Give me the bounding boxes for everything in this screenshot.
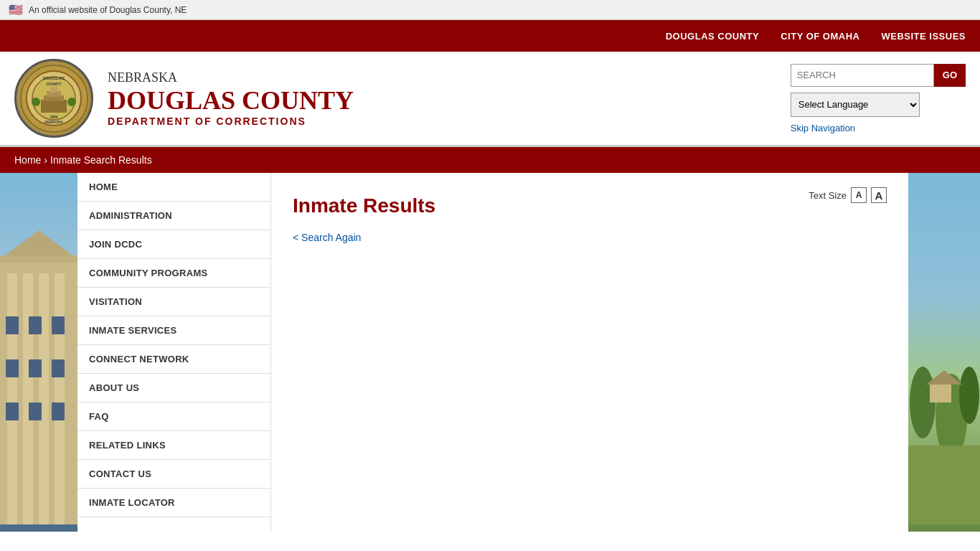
svg-rect-33 xyxy=(908,446,980,524)
red-nav-bar: DOUGLAS COUNTY CITY OF OMAHA WEBSITE ISS… xyxy=(0,20,980,52)
city-of-omaha-link[interactable]: CITY OF OMAHA xyxy=(781,31,859,42)
svg-rect-22 xyxy=(29,359,42,377)
text-size-small-button[interactable]: A xyxy=(851,187,867,203)
svg-rect-18 xyxy=(6,316,19,334)
nav-item-community-programs[interactable]: COMMUNITY PROGRAMS xyxy=(77,259,270,288)
nav-item-faq[interactable]: FAQ xyxy=(77,402,270,431)
official-text: An official website of Douglas County, N… xyxy=(29,5,187,15)
svg-text:DOUGLAS: DOUGLAS xyxy=(43,76,65,80)
nav-item-inmate-services[interactable]: INMATE SERVICES xyxy=(77,316,270,345)
department-label: DEPARTMENT OF CORRECTIONS xyxy=(108,116,354,127)
breadcrumb-home[interactable]: Home xyxy=(14,154,41,166)
nebraska-label: NEBRASKA xyxy=(108,70,354,85)
svg-point-7 xyxy=(67,98,76,106)
text-size-large-button[interactable]: A xyxy=(871,187,887,203)
flag-icon: 🇺🇸 xyxy=(9,3,23,17)
search-again-link[interactable]: < Search Again xyxy=(293,232,361,243)
douglas-county-link[interactable]: DOUGLAS COUNTY xyxy=(666,31,760,42)
content-area: Text Size A A Inmate Results < Search Ag… xyxy=(271,173,908,532)
svg-rect-5 xyxy=(50,87,57,93)
skip-navigation-link[interactable]: Skip Navigation xyxy=(791,123,855,133)
sidebar-image xyxy=(0,173,77,532)
nav-menu: HOME ADMINISTRATION JOIN DCDC COMMUNITY … xyxy=(77,173,271,532)
logo-area: DOUGLAS COUNTY 1854 NEBRASKA NEBRASKA DO… xyxy=(14,59,791,138)
nav-item-inmate-locator[interactable]: INMATE LOCATOR xyxy=(77,489,270,517)
svg-text:COUNTY: COUNTY xyxy=(46,82,62,86)
header-right: GO Select Language Skip Navigation xyxy=(791,64,966,133)
search-button[interactable]: GO xyxy=(934,64,966,87)
breadcrumb-separator: › xyxy=(44,154,47,166)
svg-rect-2 xyxy=(41,100,67,113)
douglas-county-label: DOUGLAS COUNTY xyxy=(108,85,354,116)
nav-item-contact-us[interactable]: CONTACT US xyxy=(77,460,270,489)
breadcrumb-current: Inmate Search Results xyxy=(50,154,152,166)
svg-rect-23 xyxy=(52,359,65,377)
right-side-image xyxy=(908,173,980,532)
seal-logo: DOUGLAS COUNTY 1854 NEBRASKA xyxy=(14,59,93,138)
svg-text:NEBRASKA: NEBRASKA xyxy=(44,121,63,124)
text-size-label: Text Size xyxy=(809,190,847,201)
main-layout: HOME ADMINISTRATION JOIN DCDC COMMUNITY … xyxy=(0,173,980,532)
breadcrumb-bar: Home › Inmate Search Results xyxy=(0,147,980,173)
svg-rect-19 xyxy=(29,316,42,334)
svg-rect-25 xyxy=(29,402,42,420)
svg-rect-21 xyxy=(6,359,19,377)
svg-text:1854: 1854 xyxy=(50,115,57,119)
svg-rect-28 xyxy=(0,255,77,263)
svg-rect-26 xyxy=(52,402,65,420)
site-header: DOUGLAS COUNTY 1854 NEBRASKA NEBRASKA DO… xyxy=(0,52,980,147)
svg-rect-20 xyxy=(52,316,65,334)
nav-item-home[interactable]: HOME xyxy=(77,173,270,202)
nav-item-join-dcdc[interactable]: JOIN DCDC xyxy=(77,230,270,259)
text-size-control: Text Size A A xyxy=(809,187,887,203)
search-row: GO xyxy=(791,64,966,87)
language-select[interactable]: Select Language xyxy=(791,93,920,117)
svg-rect-16 xyxy=(39,273,49,524)
page-title: Inmate Results xyxy=(293,194,887,217)
svg-rect-34 xyxy=(930,385,951,402)
seal-inner: DOUGLAS COUNTY 1854 NEBRASKA xyxy=(20,65,88,133)
nav-item-related-links[interactable]: RELATED LINKS xyxy=(77,431,270,460)
svg-point-6 xyxy=(32,98,40,106)
nav-item-administration[interactable]: ADMINISTRATION xyxy=(77,202,270,230)
svg-point-32 xyxy=(959,367,979,424)
nav-item-visitation[interactable]: VISITATION xyxy=(77,288,270,316)
search-input[interactable] xyxy=(791,64,934,87)
logo-text: NEBRASKA DOUGLAS COUNTY DEPARTMENT OF CO… xyxy=(108,70,354,127)
svg-rect-24 xyxy=(6,402,19,420)
top-bar: 🇺🇸 An official website of Douglas County… xyxy=(0,0,980,20)
nav-item-about-us[interactable]: ABOUT US xyxy=(77,374,270,402)
nav-item-connect-network[interactable]: CONNECT NETWORK xyxy=(77,345,270,374)
website-issues-link[interactable]: WEBSITE ISSUES xyxy=(881,31,966,42)
svg-rect-17 xyxy=(55,273,65,524)
svg-rect-14 xyxy=(7,273,17,524)
svg-rect-15 xyxy=(23,273,33,524)
